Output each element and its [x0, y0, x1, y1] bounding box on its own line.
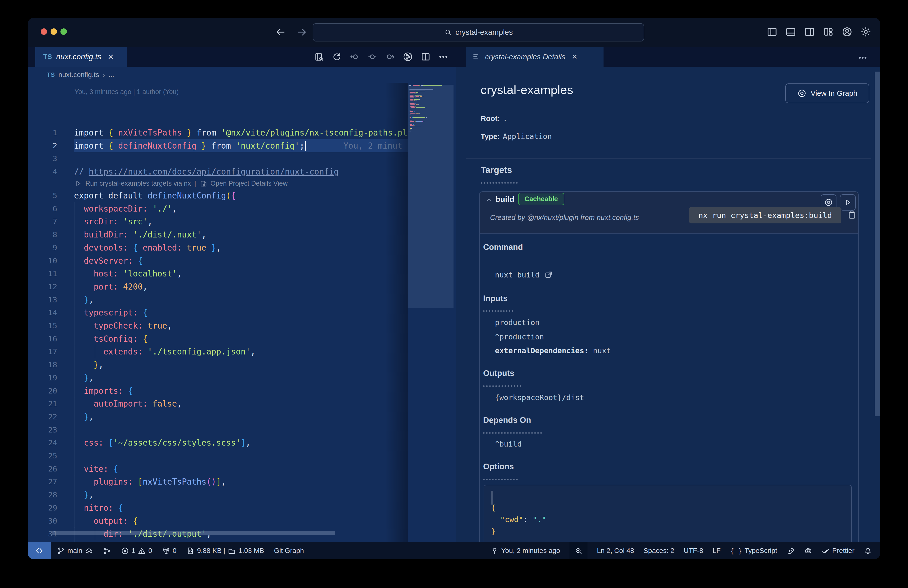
zoom-traffic-light[interactable] — [60, 28, 67, 35]
nx-run-command-chip[interactable]: nx run crystal-examples:build — [689, 207, 841, 223]
gear-icon[interactable] — [860, 26, 871, 37]
panel-bottom-icon[interactable] — [785, 26, 797, 37]
squirrel-button[interactable] — [787, 542, 795, 559]
breadcrumb[interactable]: TS nuxt.config.ts › ... — [27, 67, 456, 83]
breadcrumb-tail[interactable]: ... — [109, 71, 114, 79]
view-in-graph-button[interactable]: View In Graph — [786, 84, 869, 103]
command-heading: Command — [483, 242, 523, 252]
refresh-icon — [332, 52, 342, 62]
problems-indicator[interactable]: 10 — [121, 542, 152, 559]
panel-left-icon[interactable] — [766, 26, 778, 37]
run-target-button[interactable] — [840, 194, 856, 211]
minimap[interactable] — [407, 83, 454, 542]
split-editor-icon[interactable] — [420, 52, 431, 62]
line-number: 10 — [32, 254, 57, 267]
language-mode[interactable]: { }TypeScript — [730, 542, 777, 559]
titlebar-actions — [766, 26, 871, 37]
zoom-button[interactable] — [570, 542, 588, 559]
panel-tab-bar: crystal-examples Details ✕ — [456, 47, 881, 67]
prev-change-icon[interactable] — [349, 52, 360, 62]
line-number: 3 — [32, 152, 57, 165]
options-json-line: } — [491, 525, 496, 537]
next-change-icon — [385, 52, 395, 62]
file-code-icon — [186, 547, 195, 555]
code-line-7: srcDir: 'src', — [74, 215, 407, 228]
folder-icon — [228, 547, 236, 555]
git-graph-circle-icon — [402, 52, 413, 62]
panel-right-icon[interactable] — [804, 26, 815, 37]
code-line-32: }, — [74, 540, 407, 542]
forward-arrow-icon[interactable] — [296, 27, 307, 37]
minimize-traffic-light[interactable] — [51, 28, 57, 35]
git-blame-indicator[interactable]: You, 2 minutes ago — [491, 542, 560, 559]
line-number: 30 — [32, 514, 57, 528]
minimap-slider[interactable] — [407, 85, 454, 308]
git-graph-button[interactable]: Git Graph — [274, 542, 304, 559]
remote-indicator[interactable] — [27, 542, 51, 559]
panel-tab-close-icon[interactable]: ✕ — [572, 53, 577, 61]
options-json-box[interactable]: { "cwd": "."} — [484, 485, 852, 542]
targets-heading: Targets — [481, 165, 512, 175]
git-branch-icon — [57, 547, 65, 555]
open-preview-icon[interactable] — [314, 52, 324, 62]
prettier-indicator[interactable]: Prettier — [822, 542, 855, 559]
target-build-header[interactable]: build Cacheable Created by @nx/nuxt/plug… — [480, 192, 858, 234]
change-icon[interactable] — [367, 52, 378, 62]
line-number: 18 — [32, 358, 57, 371]
line-number: 16 — [32, 332, 57, 345]
play-lens-icon — [74, 180, 82, 187]
refresh-icon[interactable] — [332, 52, 342, 62]
code-line-4: // https://nuxt.com/docs/api/configurati… — [74, 165, 407, 178]
horizontal-scrollbar[interactable] — [52, 531, 335, 535]
codelens-run[interactable]: Run crystal-examples targets via nx — [85, 180, 191, 187]
git-graph-circle-icon[interactable] — [402, 52, 413, 62]
back-arrow-icon[interactable] — [275, 27, 286, 37]
code-line-8: buildDir: './dist/.nuxt', — [74, 228, 407, 241]
change-icon — [367, 52, 378, 62]
branch-indicator[interactable]: main — [57, 542, 93, 559]
editor-group: TS nuxt.config.ts ✕ TS nuxt.config.ts › … — [27, 47, 456, 542]
breadcrumb-file[interactable]: nuxt.config.ts — [58, 71, 99, 79]
depends-on-item: ^build — [495, 440, 522, 448]
cursor-position[interactable]: Ln 2, Col 48 — [597, 542, 634, 559]
tab-project-details[interactable]: crystal-examples Details ✕ — [466, 47, 604, 67]
line-number: 13 — [32, 293, 57, 306]
external-link-icon[interactable] — [544, 270, 553, 279]
encoding[interactable]: UTF-8 — [684, 542, 703, 559]
ellipsis-icon[interactable] — [438, 52, 449, 62]
input-item-external-deps: externalDependencies: nuxt — [495, 346, 611, 355]
text-cursor — [305, 141, 306, 151]
notifications-bell[interactable] — [864, 542, 872, 559]
chevron-up-icon[interactable] — [485, 196, 493, 204]
project-details-panel: crystal-examples Details ✕ crystal-examp… — [456, 47, 881, 542]
open-details-icon — [200, 180, 208, 188]
code-line-23 — [74, 423, 407, 437]
copilot-button[interactable] — [804, 542, 812, 559]
indentation[interactable]: Spaces: 2 — [644, 542, 675, 559]
close-traffic-light[interactable] — [41, 28, 47, 35]
source-control-graph[interactable] — [103, 542, 111, 559]
file-size-indicator[interactable]: 9.88 KB |1.03 MB — [186, 542, 264, 559]
panel-scrollbar[interactable] — [875, 72, 881, 416]
double-check-icon — [822, 547, 830, 555]
command-value[interactable]: nuxt build — [495, 270, 553, 279]
tab-close-icon[interactable]: ✕ — [108, 53, 114, 61]
code-line-24: css: ['~/assets/css/styles.scss'], — [74, 436, 407, 449]
command-center-search[interactable]: crystal-examples — [312, 23, 644, 42]
layout-icon[interactable] — [823, 26, 834, 37]
created-by-text: Created by @nx/nuxt/plugin from nuxt.con… — [490, 214, 639, 222]
ports-indicator[interactable]: 0 — [162, 542, 177, 559]
code-line-13: }, — [74, 293, 407, 306]
more-actions-icon[interactable] — [858, 53, 868, 63]
account-icon[interactable] — [841, 26, 853, 37]
codelens-row[interactable]: Run crystal-examples targets via nx|Open… — [74, 177, 288, 189]
tab-nuxt-config[interactable]: TS nuxt.config.ts ✕ — [35, 47, 127, 67]
braces-icon: { } — [730, 547, 742, 555]
codelens-open[interactable]: Open Project Details View — [211, 180, 288, 187]
cacheable-badge: Cacheable — [518, 193, 564, 205]
next-change-icon[interactable] — [385, 52, 395, 62]
code-editor[interactable]: 1234567891011121314151617181920212223242… — [27, 83, 456, 542]
copy-icon[interactable] — [847, 209, 857, 221]
eol[interactable]: LF — [713, 542, 721, 559]
chevron-right-icon: › — [103, 71, 105, 79]
